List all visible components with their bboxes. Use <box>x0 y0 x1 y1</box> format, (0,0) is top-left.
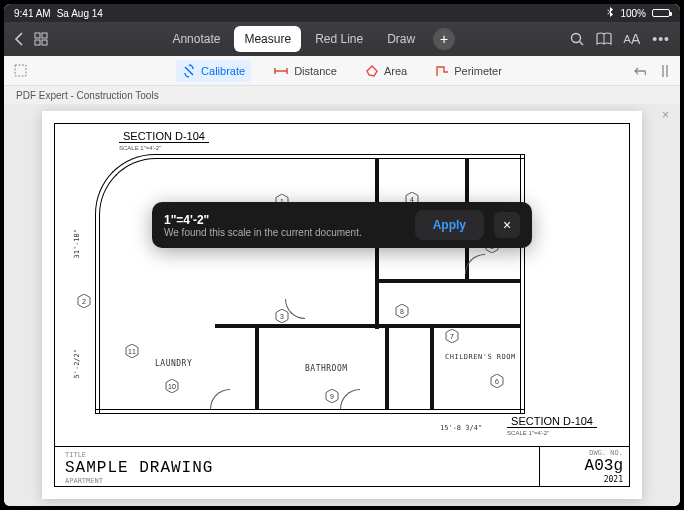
svg-rect-7 <box>15 65 26 76</box>
split-button[interactable] <box>660 64 670 78</box>
svg-rect-0 <box>35 33 40 38</box>
svg-line-8 <box>185 67 193 75</box>
titleblock-dwg-no: A03g <box>546 457 623 475</box>
area-icon <box>365 64 379 78</box>
battery-icon <box>652 9 670 17</box>
room-bathroom: BATHROOM <box>305 364 348 373</box>
app-window: 9:41 AM Sa Aug 14 100% Annotate Measure … <box>4 4 680 506</box>
selection-tool[interactable] <box>14 64 27 77</box>
section-tag-top: SECTION D-104 SCALE 1"=4'-2" <box>119 127 209 151</box>
drawing-sheet: SECTION D-104 SCALE 1"=4'-2" SECTION D-1… <box>42 111 642 499</box>
measure-subtoolbar: Calibrate Distance Area Perimeter <box>4 56 680 86</box>
status-battery-pct: 100% <box>620 8 646 19</box>
add-tab-button[interactable]: + <box>433 28 455 50</box>
more-button[interactable]: ••• <box>652 31 670 47</box>
titleblock-dwg-label: DWG. NO. <box>546 449 623 457</box>
titleblock-year: 2021 <box>546 475 623 484</box>
key-8: 8 <box>395 304 409 318</box>
calibrate-label: Calibrate <box>201 65 245 77</box>
title-block: TITLE SAMPLE DRAWING APARTMENT DWG. NO. … <box>55 446 629 486</box>
calibrate-icon <box>182 64 196 78</box>
titleblock-title: SAMPLE DRAWING <box>65 459 529 477</box>
svg-rect-1 <box>42 33 47 38</box>
text-size-button[interactable]: AA <box>624 31 641 47</box>
titleblock-title-label: TITLE <box>65 451 529 459</box>
document-title: PDF Expert - Construction Tools <box>16 90 159 101</box>
undo-button[interactable] <box>634 64 650 78</box>
scale-callout: 1"=4'-2" We found this scale in the curr… <box>152 202 532 248</box>
callout-scale: 1"=4'-2" <box>164 213 405 227</box>
key-10: 10 <box>165 379 179 393</box>
search-button[interactable] <box>570 32 584 46</box>
key-2: 2 <box>77 294 91 308</box>
key-7: 7 <box>445 329 459 343</box>
status-bar: 9:41 AM Sa Aug 14 100% <box>4 4 680 22</box>
room-children: CHILDREN'S ROOM <box>445 354 516 362</box>
key-3: 3 <box>275 309 289 323</box>
distance-icon <box>273 66 289 76</box>
document-title-bar: PDF Expert - Construction Tools <box>4 86 680 104</box>
area-label: Area <box>384 65 407 77</box>
section-tag-bottom: SECTION D-104 SCALE 1"=4'-2" <box>507 412 597 436</box>
callout-close-button[interactable]: × <box>494 212 520 238</box>
book-button[interactable] <box>596 32 612 46</box>
dim-left-2: 5'-2/2" <box>73 349 81 379</box>
perimeter-tool[interactable]: Perimeter <box>429 60 508 82</box>
callout-message: We found this scale in the current docum… <box>164 227 405 238</box>
close-page-button[interactable]: × <box>662 108 676 122</box>
dim-left-1: 31'-10" <box>73 229 81 259</box>
tab-measure[interactable]: Measure <box>234 26 301 52</box>
room-laundry: LAUNDRY <box>155 359 192 368</box>
area-tool[interactable]: Area <box>359 60 413 82</box>
tab-draw[interactable]: Draw <box>377 26 425 52</box>
floor-plan: KITCHEN BEDROOM LAUNDRY BATHROOM CHILDRE… <box>95 154 525 414</box>
distance-tool[interactable]: Distance <box>267 61 343 81</box>
tab-redline[interactable]: Red Line <box>305 26 373 52</box>
calibrate-tool[interactable]: Calibrate <box>176 60 251 82</box>
apply-button[interactable]: Apply <box>415 210 484 240</box>
status-time: 9:41 AM <box>14 8 51 19</box>
svg-rect-2 <box>35 40 40 45</box>
perimeter-icon <box>435 64 449 78</box>
grid-button[interactable] <box>34 32 48 46</box>
key-6: 6 <box>490 374 504 388</box>
perimeter-label: Perimeter <box>454 65 502 77</box>
canvas[interactable]: × 1"=4'-2" We found this scale in the cu… <box>4 104 680 506</box>
status-date: Sa Aug 14 <box>57 8 103 19</box>
titleblock-subtitle: APARTMENT <box>65 477 529 485</box>
key-9: 9 <box>325 389 339 403</box>
svg-rect-3 <box>42 40 47 45</box>
distance-label: Distance <box>294 65 337 77</box>
key-11: 11 <box>125 344 139 358</box>
main-toolbar: Annotate Measure Red Line Draw + AA ••• <box>4 22 680 56</box>
svg-point-4 <box>571 34 580 43</box>
dim-bottom: 15'-8 3/4" <box>440 424 482 432</box>
back-button[interactable] <box>14 32 24 46</box>
bluetooth-icon <box>607 7 614 19</box>
tab-annotate[interactable]: Annotate <box>162 26 230 52</box>
svg-line-5 <box>579 42 583 46</box>
